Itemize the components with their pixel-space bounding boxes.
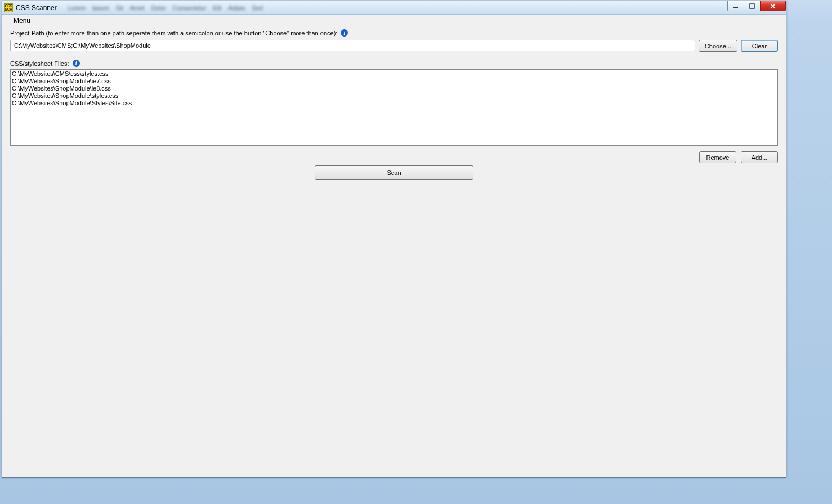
svg-rect-1: [750, 4, 754, 8]
project-path-label-row: Project-Path (to enter more than one pat…: [10, 29, 778, 37]
clear-button[interactable]: Clear: [741, 40, 778, 52]
stylesheet-label-row: CSS/stylesheet Files: i: [10, 60, 778, 67]
project-path-label: Project-Path (to enter more than one pat…: [10, 30, 337, 37]
blur-item: Dolor: [151, 4, 165, 11]
blur-item: Elit: [213, 4, 221, 11]
blur-item: Sit: [116, 4, 123, 11]
list-item[interactable]: C:\MyWebsites\ShopModule\ie7.css: [12, 78, 776, 85]
close-button[interactable]: [760, 1, 786, 11]
list-item[interactable]: C:\MyWebsites\ShopModule\styles.css: [12, 92, 776, 100]
minimize-button[interactable]: [727, 1, 744, 11]
remove-button[interactable]: Remove: [699, 151, 736, 163]
maximize-button[interactable]: [744, 1, 761, 11]
stylesheet-files-list[interactable]: C:\MyWebsites\CMS\css\styles.css C:\MyWe…: [10, 69, 778, 146]
menu-item-menu[interactable]: Menu: [10, 16, 34, 26]
client-area: Menu Project-Path (to enter more than on…: [2, 15, 786, 477]
project-path-row: Choose... Clear: [10, 40, 778, 52]
list-buttons-row: Remove Add...: [10, 151, 778, 163]
scan-button[interactable]: Scan: [315, 165, 473, 180]
app-window: CSS SCR CSS Scanner Lorem Ipsum Sit Amet…: [2, 1, 786, 478]
list-item[interactable]: C:\MyWebsites\CMS\css\styles.css: [12, 70, 776, 78]
add-button[interactable]: Add...: [741, 151, 778, 163]
scan-row: Scan: [10, 165, 778, 180]
choose-button[interactable]: Choose...: [699, 40, 737, 52]
menu-bar: Menu: [2, 15, 786, 27]
project-path-input-wrap[interactable]: [10, 40, 695, 51]
info-icon[interactable]: i: [341, 29, 348, 37]
close-icon: [770, 3, 776, 9]
blur-item: Amet: [130, 4, 145, 11]
blur-item: Adipis: [228, 4, 245, 11]
info-icon[interactable]: i: [73, 60, 80, 67]
blur-item: Consectetur: [173, 4, 206, 11]
minimize-icon: [733, 3, 739, 9]
window-controls: [728, 1, 786, 12]
project-path-input[interactable]: [13, 42, 692, 50]
blur-item: Lorem: [68, 4, 86, 11]
background-blurred-menu: Lorem Ipsum Sit Amet Dolor Consectetur E…: [68, 4, 263, 11]
titlebar[interactable]: CSS SCR CSS Scanner Lorem Ipsum Sit Amet…: [2, 1, 786, 15]
window-title: CSS Scanner: [16, 4, 57, 12]
blur-item: Sed: [252, 4, 263, 11]
blur-item: Ipsum: [92, 4, 109, 11]
content: Project-Path (to enter more than one pat…: [2, 29, 786, 184]
svg-rect-0: [733, 7, 738, 8]
list-item[interactable]: C:\MyWebsites\ShopModule\ie8.css: [12, 85, 776, 92]
stylesheet-files-label: CSS/stylesheet Files:: [10, 60, 69, 67]
list-item[interactable]: C:\MyWebsites\ShopModule\Styles\Site.css: [12, 100, 776, 107]
app-icon: CSS SCR: [4, 3, 13, 12]
maximize-icon: [749, 3, 755, 9]
app-icon-text-bottom: SCR: [5, 8, 12, 11]
